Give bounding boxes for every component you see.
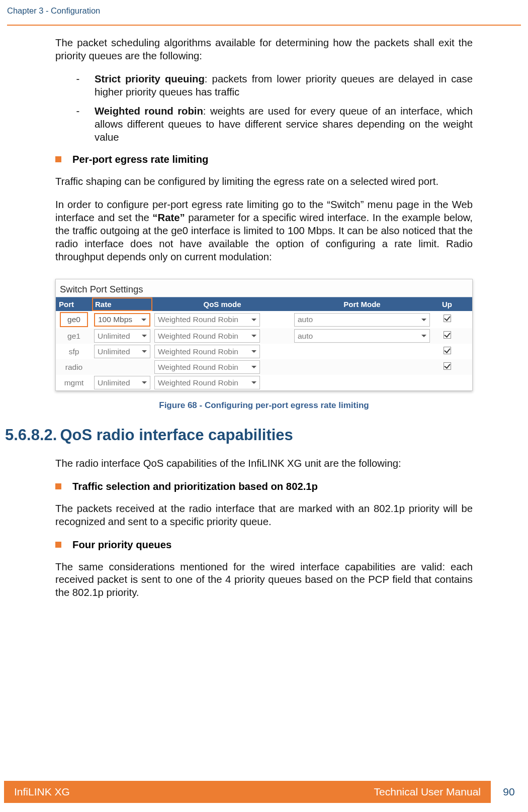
algo-text: Weighted round robin: weights are used f… [95,105,473,144]
radio-b2-title: Four priority queues [72,539,171,552]
cell-port: radio [56,362,92,372]
th-rate: Rate [92,297,152,311]
cell-port: sfp [56,347,92,357]
cell-rate: Unlimited [92,345,152,358]
up-checkbox[interactable] [444,347,451,354]
chevron-down-icon [141,319,146,321]
dash-icon: - [75,105,80,144]
rate-select[interactable]: Unlimited [94,329,150,343]
portmode-select[interactable]: auto [294,313,430,327]
figure-caption: Figure 68 - Configuring per-port egress … [55,400,473,411]
qos-select[interactable]: Weighted Round Robin [154,345,260,358]
portmode-select[interactable]: auto [294,329,430,343]
dash-icon: - [75,73,80,99]
page-footer: InfiLINK XG Technical User Manual 90 [0,781,528,803]
up-checkbox[interactable] [444,315,451,322]
radio-b2-text: The same considerations mentioned for th… [55,561,473,600]
th-port: Port [56,297,92,311]
footer-doc-title: Technical User Manual [374,786,481,798]
chapter-header: Chapter 3 - Configuration [0,0,528,16]
footer-bar: InfiLINK XG Technical User Manual [4,781,491,803]
rl-p2b: “Rate” [152,212,185,223]
radio-b1-text: The packets received at the radio interf… [55,502,473,529]
radio-bullet-2: Four priority queues [55,539,473,552]
cell-qos: Weighted Round Robin [152,345,292,358]
square-bullet-icon [55,483,61,489]
algorithm-list: - Strict priority queuing: packets from … [75,73,473,144]
cell-port: ge0 [56,312,92,327]
cell-qos: Weighted Round Robin [152,376,292,389]
cell-qos: Weighted Round Robin [152,313,292,327]
radio-bullet-1: Traffic selection and prioritization bas… [55,480,473,493]
chevron-down-icon [142,381,147,384]
section-heading-qos-radio: 5.6.8.2.QoS radio interface capabilities [5,425,473,445]
radio-b1-title: Traffic selection and prioritization bas… [72,480,318,493]
chevron-down-icon [251,381,256,384]
qos-select[interactable]: Weighted Round Robin [154,313,260,327]
table-row: mgmtUnlimitedWeighted Round Robin [56,375,472,390]
cell-up [432,362,462,372]
square-bullet-icon [55,156,61,162]
up-checkbox[interactable] [444,362,451,370]
portmode-value: auto [298,315,313,325]
table-row: ge0100 MbpsWeighted Round Robinauto [56,311,472,328]
cell-rate: Unlimited [92,329,152,343]
square-bullet-icon [55,542,61,548]
chevron-down-icon [251,335,256,337]
qos-value: Weighted Round Robin [158,331,238,341]
algo-label: Strict priority queuing [95,73,205,84]
rate-value: Unlimited [98,331,130,341]
chevron-down-icon [251,350,256,353]
chevron-down-icon [421,335,426,337]
algo-item-strict: - Strict priority queuing: packets from … [75,73,473,99]
section-number: 5.6.8.2. [5,426,57,444]
chevron-down-icon [251,366,256,368]
cell-mode: auto [292,313,432,327]
panel-title: Switch Port Settings [56,279,472,298]
cell-up [432,331,462,341]
cell-rate: 100 Mbps [92,313,152,327]
up-checkbox[interactable] [444,331,451,339]
th-qos: QoS mode [152,297,292,311]
algo-text: Strict priority queuing: packets from lo… [95,73,473,99]
rate-limit-title: Per-port egress rate limiting [72,153,209,166]
qos-value: Weighted Round Robin [158,362,238,372]
page-number: 90 [498,781,528,803]
cell-up [432,315,462,325]
algo-item-wrr: - Weighted round robin: weights are used… [75,105,473,144]
table-row: radioWeighted Round Robin [56,359,472,375]
portmode-value: auto [298,331,313,341]
cell-port: ge1 [56,331,92,341]
rate-limit-heading: Per-port egress rate limiting [55,153,473,166]
rate-select[interactable]: Unlimited [94,376,150,389]
cell-rate: Unlimited [92,376,152,389]
cell-qos: Weighted Round Robin [152,329,292,343]
chevron-down-icon [421,319,426,321]
qos-select[interactable]: Weighted Round Robin [154,329,260,343]
rate-select[interactable]: 100 Mbps [94,313,150,327]
port-highlight: ge0 [60,312,88,327]
rate-value: 100 Mbps [98,315,132,325]
th-mode: Port Mode [292,297,432,311]
cell-qos: Weighted Round Robin [152,360,292,374]
figure-68: Switch Port Settings Port Rate QoS mode … [55,279,473,411]
algo-label: Weighted round robin [95,106,203,117]
switch-port-panel: Switch Port Settings Port Rate QoS mode … [55,279,473,391]
chevron-down-icon [142,335,147,337]
qos-select[interactable]: Weighted Round Robin [154,360,260,374]
rate-select[interactable]: Unlimited [94,345,150,358]
qos-select[interactable]: Weighted Round Robin [154,376,260,389]
th-rate-label: Rate [95,300,112,309]
table-row: sfpUnlimitedWeighted Round Robin [56,344,472,359]
table-body: ge0100 MbpsWeighted Round Robinautoge1Un… [56,311,472,390]
chevron-down-icon [251,319,256,321]
cell-up [432,347,462,357]
table-header-row: Port Rate QoS mode Port Mode Up [56,297,472,311]
qos-value: Weighted Round Robin [158,378,238,388]
cell-port: mgmt [56,378,92,388]
rate-limit-p2: In order to configure per-port egress ra… [55,198,473,264]
section-title: QoS radio interface capabilities [60,426,293,444]
main-content: The packet scheduling algorithms availab… [0,26,528,599]
rate-limit-p1: Traffic shaping can be configured by lim… [55,175,473,188]
radio-intro: The radio interface QoS capabilities of … [55,457,473,470]
